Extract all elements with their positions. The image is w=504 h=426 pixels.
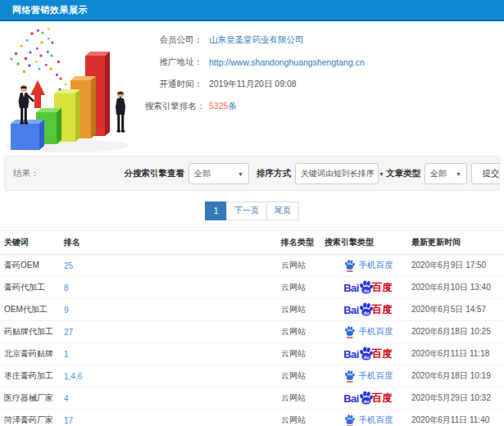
keyword-cell: 膏药代加工 <box>4 282 64 293</box>
baidu-paw-icon <box>343 259 356 272</box>
keyword-cell: OEM代加工 <box>4 304 64 315</box>
baidu-logo: Bai du 百度 <box>343 279 393 297</box>
rank-type-cell: 云网站 <box>281 392 325 404</box>
mobile-baidu-badge: 手机百度 <box>343 259 393 272</box>
bar-chart-growth-illustration <box>0 21 152 156</box>
rank-type-cell: 云网站 <box>281 282 325 293</box>
rank-type-cell: 云网站 <box>281 415 325 426</box>
rank-type-cell: 云网站 <box>281 260 325 271</box>
promo-url-label: 推广地址： <box>145 57 202 68</box>
submit-button[interactable]: 提交 <box>471 163 500 184</box>
updated-cell: 2020年5月29日 10:32 <box>411 392 504 404</box>
baidu-logo-du: du <box>363 288 369 292</box>
table-row: 膏药OEM 25 云网站 手机百度 Bai <box>0 255 504 277</box>
table-body: 膏药OEM 25 云网站 手机百度 Bai <box>0 255 504 426</box>
col-rank: 排名 <box>64 237 281 248</box>
col-engine-type: 搜索引擎类型 <box>325 237 411 248</box>
table-row: 医疗器械厂家 4 云网站 百度 Bai <box>0 387 504 410</box>
mobile-baidu-label: 手机百度 <box>359 370 393 382</box>
mobile-baidu-label: 手机百度 <box>359 326 393 338</box>
rank-count-suffix: 条 <box>228 101 237 111</box>
engine-cell: 手机百度 Bai du 百度 <box>325 259 411 272</box>
col-updated: 最新更新时间 <box>411 237 504 248</box>
sort-filter-select[interactable]: 关键词由短到长排序 <box>295 163 379 184</box>
filter-bar: 结果： 分搜索引擎查看 全部 排序方式 关键词由短到长排序 文章类型 全部 提交 <box>4 156 500 191</box>
baidu-paw-icon <box>343 325 356 338</box>
rank-cell[interactable]: 1,4,6 <box>64 372 281 381</box>
rank-cell[interactable]: 17 <box>64 416 281 425</box>
last-page-button[interactable]: 尾页 <box>266 202 299 220</box>
rank-type-cell: 云网站 <box>281 348 325 360</box>
updated-cell: 2020年6月5日 14:57 <box>411 304 504 315</box>
dropdown-caret-icon <box>375 169 384 178</box>
engine-cell: 百度 Bai du 百度 <box>325 301 411 319</box>
baidu-logo: Bai du 百度 <box>343 301 393 319</box>
mobile-baidu-badge: 手机百度 <box>343 369 393 383</box>
rank-cell[interactable]: 1 <box>64 350 281 359</box>
baidu-logo-bai: Bai <box>343 282 359 294</box>
baidu-logo: Bai du 百度 <box>343 346 393 363</box>
updated-cell: 2020年6月10日 13:40 <box>411 282 504 293</box>
mobile-baidu-badge: 手机百度 <box>343 325 393 338</box>
rank-cell[interactable]: 27 <box>64 328 281 337</box>
rank-count-number: 5325 <box>209 101 228 111</box>
engine-cell: 手机百度 Bai du 百度 <box>325 369 411 383</box>
field-promo-url: 推广地址： http://www.shandonghuangshengtang.… <box>145 51 504 73</box>
keyword-cell: 药贴牌代加工 <box>4 326 64 338</box>
table-row: 菏泽膏药厂家 17 云网站 手机百度 Bai <box>0 410 504 426</box>
keyword-cell: 膏药OEM <box>4 260 64 271</box>
baidu-logo-du: du <box>363 310 369 315</box>
table-row: 药贴牌代加工 27 云网站 手机百度 Bai <box>0 321 504 343</box>
hero-section: 会员公司： 山东皇圣堂药业有限公司 推广地址： http://www.shand… <box>0 21 504 156</box>
businessman-figure <box>19 85 34 124</box>
rank-cell[interactable]: 25 <box>64 261 281 270</box>
thinking-man-figure <box>116 91 125 132</box>
col-rank-type: 排名类型 <box>281 237 325 248</box>
article-type-value: 全部 <box>430 168 447 179</box>
rank-cell[interactable]: 9 <box>64 306 281 315</box>
engine-cell: 百度 Bai du 百度 <box>325 279 411 297</box>
engine-cell: 百度 Bai du 百度 <box>325 346 411 363</box>
baidu-logo-du: du <box>363 354 369 359</box>
engine-cell: 手机百度 Bai du 百度 <box>325 414 411 426</box>
baidu-logo-cn: 百度 <box>372 347 393 361</box>
filter-controls: 分搜索引擎查看 全部 排序方式 关键词由短到长排序 文章类型 全部 提交 <box>121 163 501 184</box>
field-open-time: 开通时间： 2019年11月20日 09:08 <box>145 73 504 95</box>
result-label: 结果： <box>13 168 39 179</box>
engine-filter-select[interactable]: 全部 <box>188 163 249 184</box>
updated-cell: 2020年6月9日 17:50 <box>411 260 504 271</box>
page-button-current[interactable]: 1 <box>205 202 227 220</box>
updated-cell: 2020年6月11日 11:18 <box>411 348 504 360</box>
baidu-logo-bai: Bai <box>343 348 359 360</box>
rank-cell[interactable]: 8 <box>64 283 281 292</box>
baidu-logo-bai: Bai <box>343 392 359 405</box>
open-time-label: 开通时间： <box>145 79 202 90</box>
article-type-select[interactable]: 全部 <box>425 163 467 184</box>
rank-cell[interactable]: 4 <box>64 394 281 403</box>
keyword-cell: 菏泽膏药厂家 <box>4 415 64 426</box>
article-type-label: 文章类型 <box>386 168 420 179</box>
marketing-report-page: 网络营销效果展示 <box>0 0 504 426</box>
engine-filter-label: 分搜索引擎查看 <box>125 168 185 179</box>
mobile-baidu-badge: 手机百度 <box>343 414 393 426</box>
updated-cell: 2020年6月11日 11:40 <box>411 415 504 426</box>
rank-type-cell: 云网站 <box>281 304 325 315</box>
baidu-logo-du: du <box>363 398 369 403</box>
open-time-value: 2019年11月20日 09:08 <box>209 79 297 90</box>
baidu-logo-cn: 百度 <box>372 392 393 406</box>
col-keyword: 关键词 <box>4 237 64 248</box>
rank-count-value: 5325条 <box>209 101 237 112</box>
sort-filter-label: 排序方式 <box>257 168 291 179</box>
dropdown-caret-icon <box>452 169 461 178</box>
company-link[interactable]: 山东皇圣堂药业有限公司 <box>209 34 304 46</box>
promo-url-link[interactable]: http://www.shandonghuangshengtang.cn <box>209 57 365 67</box>
next-page-button[interactable]: 下一页 <box>226 202 267 220</box>
confetti-dots <box>10 28 66 91</box>
baidu-paw-icon <box>343 414 356 426</box>
updated-cell: 2020年6月18日 10:25 <box>411 326 504 338</box>
page-header: 网络营销效果展示 <box>0 0 504 21</box>
baidu-logo-cn: 百度 <box>372 303 393 317</box>
table-row: OEM代加工 9 云网站 百度 Bai <box>0 299 504 321</box>
baidu-paw-icon <box>343 369 356 383</box>
engine-cell: 手机百度 Bai du 百度 <box>325 325 411 338</box>
